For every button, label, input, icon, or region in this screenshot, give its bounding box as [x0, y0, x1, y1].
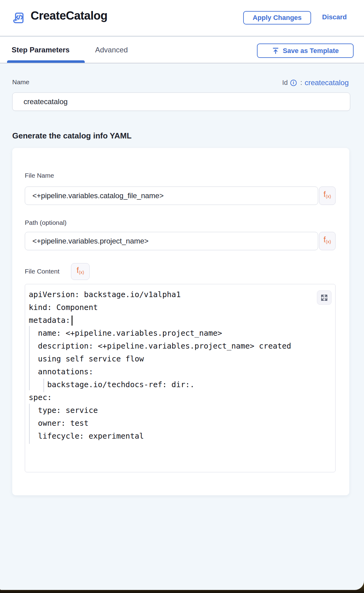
fx-f: f: [77, 266, 79, 274]
discard-button[interactable]: Discard: [322, 13, 347, 21]
expression-fx-icon[interactable]: f (x): [71, 263, 90, 280]
save-as-template-label: Save as Template: [283, 47, 339, 55]
file-content-editor[interactable]: apiVersion: backstage.io/v1alpha1 kind: …: [25, 284, 336, 472]
path-input[interactable]: [25, 232, 318, 250]
editor-caret: [72, 315, 72, 326]
file-name-row: f (x): [25, 187, 336, 205]
name-input[interactable]: [12, 93, 350, 111]
file-content-row: File Content f (x): [25, 263, 90, 280]
expression-fx-icon[interactable]: f (x): [319, 187, 336, 205]
id-label: Id: [282, 79, 288, 87]
fx-sub: (x): [326, 239, 331, 244]
yaml-code[interactable]: apiVersion: backstage.io/v1alpha1 kind: …: [25, 284, 297, 443]
step-config-panel: CreateCatalog Apply Changes Discard Step…: [0, 0, 364, 590]
tab-step-parameters[interactable]: Step Parameters: [12, 46, 69, 54]
file-content-label: File Content: [25, 268, 59, 275]
name-label: Name: [12, 78, 29, 86]
indent-guide: [43, 379, 44, 392]
tab-bar: Step Parameters Advanced Save as Templat…: [0, 37, 364, 63]
active-tab-indicator: [7, 60, 85, 63]
indent-guide: [29, 326, 30, 390]
fullscreen-expand-icon: [320, 294, 328, 302]
save-as-template-button[interactable]: Save as Template: [257, 43, 354, 58]
fx-sub: (x): [326, 194, 331, 198]
step-settings-card: File Name f (x) Path (optional) f (x) Fi…: [12, 148, 349, 495]
fx-f: f: [324, 191, 326, 198]
path-row: f (x): [25, 232, 336, 250]
step-id-value[interactable]: createcatalog: [305, 78, 349, 87]
info-icon[interactable]: i: [290, 80, 297, 86]
panel-header: CreateCatalog Apply Changes Discard: [0, 0, 364, 36]
apply-changes-button[interactable]: Apply Changes: [243, 11, 311, 25]
fx-f: f: [324, 236, 326, 244]
section-heading: Generate the catalog info YAML: [12, 131, 132, 141]
page-title: CreateCatalog: [31, 9, 107, 22]
id-separator: :: [300, 79, 302, 87]
fx-sub: (x): [79, 270, 84, 274]
expand-editor-button[interactable]: [317, 290, 332, 305]
step-id-row: Id i : createcatalog: [282, 78, 349, 87]
tab-advanced[interactable]: Advanced: [95, 46, 128, 54]
file-name-label: File Name: [25, 172, 54, 179]
indent-guide: [29, 404, 30, 444]
file-name-input[interactable]: [25, 187, 318, 205]
script-step-icon: [12, 10, 26, 25]
expression-fx-icon[interactable]: f (x): [319, 232, 336, 250]
path-label: Path (optional): [25, 219, 67, 226]
upload-icon: [272, 47, 280, 55]
